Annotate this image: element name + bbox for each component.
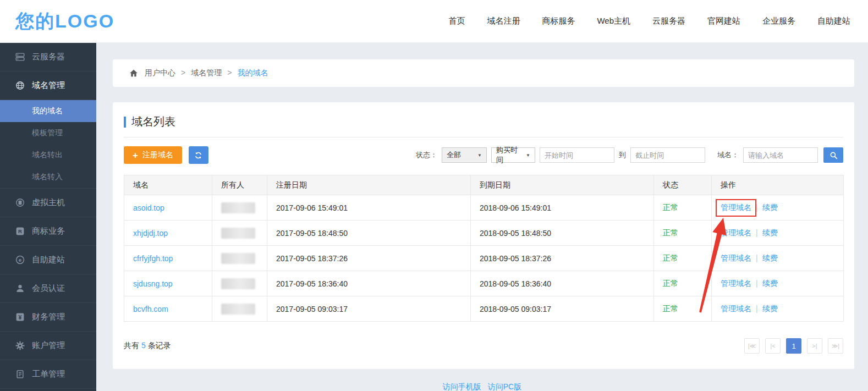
top-nav-item[interactable]: 云服务器 (652, 16, 685, 26)
register-domain-label: 注册域名 (142, 150, 173, 160)
sidebar-item-工单管理[interactable]: 工单管理 (0, 360, 96, 389)
owner-redacted (221, 278, 255, 289)
app-root: { "brand": { "logo_text": "您的LOGO" }, "t… (0, 0, 868, 391)
status-select[interactable]: 全部 ▼ (442, 147, 487, 163)
renew-link[interactable]: 续费 (762, 304, 778, 314)
registered-date: 2017-09-05 18:36:40 (267, 271, 471, 296)
prev-page-button[interactable]: |< (765, 338, 781, 354)
chevron-down-icon: ▼ (477, 153, 482, 158)
sidebar-subitem-域名转入[interactable]: 域名转入 (0, 166, 96, 188)
sidebar-item-会员认证[interactable]: 会员认证 (0, 274, 96, 303)
sidebar-subitem-域名转出[interactable]: 域名转出 (0, 144, 96, 166)
renew-link[interactable]: 续费 (762, 203, 778, 213)
home-icon (129, 69, 138, 78)
table-row: bcvfh.com2017-09-05 09:03:172018-09-05 0… (124, 296, 844, 322)
manage-domain-link[interactable]: 管理域名 (721, 304, 751, 314)
sidebar-item-财务管理[interactable]: ¥财务管理 (0, 303, 96, 332)
renew-link[interactable]: 续费 (762, 228, 778, 238)
status-badge: 正常 (663, 203, 678, 212)
sidebar-subitem-模板管理[interactable]: 模板管理 (0, 122, 96, 144)
member-icon (15, 284, 25, 293)
domain-link[interactable]: bcvfh.com (133, 305, 168, 313)
panel-title-row: 域名列表 (124, 114, 843, 137)
record-count-number: 5 (141, 341, 146, 350)
domain-list-panel: 域名列表 + 注册域名 状态： 全部 ▼ (113, 102, 854, 369)
top-nav-item[interactable]: Web主机 (597, 16, 630, 26)
expiry-date: 2018-09-05 09:03:17 (471, 296, 654, 322)
breadcrumb-items: 用户中心>域名管理>我的域名 (142, 68, 270, 78)
domain-search-input[interactable] (743, 147, 818, 163)
sitebuilder-icon: e (15, 255, 25, 265)
action-separator: | (756, 279, 758, 288)
action-separator: | (756, 228, 758, 237)
top-nav-item[interactable]: 商标服务 (542, 16, 575, 26)
manage-domain-link[interactable]: 管理域名 (721, 203, 751, 213)
expiry-date: 2018-09-05 18:48:50 (471, 221, 654, 246)
gear-icon (15, 341, 25, 350)
toolbar-left: + 注册域名 (124, 146, 208, 164)
sidebar-item-自助建站[interactable]: e自助建站 (0, 246, 96, 274)
top-nav-item[interactable]: 首页 (448, 16, 465, 26)
owner-redacted (221, 202, 255, 213)
time-type-value: 购买时间 (496, 145, 523, 165)
expiry-date: 2018-09-05 18:37:26 (471, 246, 654, 271)
table-column-header: 域名 (124, 175, 212, 195)
manage-domain-link[interactable]: 管理域名 (721, 254, 751, 263)
breadcrumb-link[interactable]: 用户中心 (145, 68, 175, 77)
page-number-button[interactable]: 1 (786, 338, 801, 354)
search-button[interactable] (823, 147, 843, 163)
table-column-header: 所有人 (212, 175, 267, 195)
top-nav-item[interactable]: 企业服务 (762, 16, 795, 26)
domain-link[interactable]: xhjdjdj.top (133, 229, 168, 238)
domain-link[interactable]: cfrfyjfgh.top (133, 254, 173, 263)
expiry-date: 2018-09-06 15:49:01 (471, 195, 654, 221)
sidebar-item-域名管理[interactable]: 域名管理 (0, 71, 96, 100)
table-row: xhjdjdj.top2017-09-05 18:48:502018-09-05… (124, 221, 844, 246)
table-row: sjdusng.top2017-09-05 18:36:402018-09-05… (124, 271, 844, 296)
page-footer: 访问手机版访问PC版 (96, 382, 868, 391)
registered-date: 2017-09-05 09:03:17 (267, 296, 471, 322)
registered-date: 2017-09-06 15:49:01 (267, 195, 471, 221)
footer-link[interactable]: 访问PC版 (488, 382, 521, 391)
sidebar-item-label: 工单管理 (32, 369, 65, 379)
manage-domain-link[interactable]: 管理域名 (721, 228, 751, 238)
sidebar: 云服务器域名管理我的域名模板管理域名转出域名转入虚拟主机R商标业务e自助建站会员… (0, 43, 96, 391)
breadcrumb-link[interactable]: 域名管理 (191, 68, 222, 77)
owner-redacted (221, 253, 255, 264)
renew-link[interactable]: 续费 (762, 254, 778, 263)
register-domain-button[interactable]: + 注册域名 (124, 146, 182, 164)
domain-link[interactable]: asoid.top (133, 203, 164, 212)
site-logo: 您的LOGO (15, 9, 114, 34)
breadcrumb-separator: > (181, 68, 185, 77)
sidebar-subitem-我的域名[interactable]: 我的域名 (0, 100, 96, 122)
sidebar-item-账户管理[interactable]: 账户管理 (0, 332, 96, 360)
top-nav-item[interactable]: 域名注册 (487, 16, 520, 26)
refresh-button[interactable] (189, 146, 208, 164)
sidebar-item-虚拟主机[interactable]: 虚拟主机 (0, 189, 96, 217)
last-page-button[interactable]: ≫| (828, 338, 843, 354)
toolbar: + 注册域名 状态： 全部 ▼ 购买时间 ▼ (124, 146, 843, 164)
first-page-button[interactable]: |≪ (744, 338, 760, 354)
breadcrumb-link[interactable]: 我的域名 (237, 68, 268, 77)
manage-domain-link[interactable]: 管理域名 (721, 279, 751, 289)
next-page-button[interactable]: >| (807, 338, 822, 354)
refresh-icon (194, 151, 202, 159)
end-date-input[interactable] (630, 147, 705, 163)
top-nav-item[interactable]: 官网建站 (707, 16, 740, 26)
breadcrumb: 用户中心>域名管理>我的域名 (113, 59, 854, 87)
server-icon (15, 52, 25, 62)
sidebar-item-云服务器[interactable]: 云服务器 (0, 43, 96, 71)
filter-bar: 状态： 全部 ▼ 购买时间 ▼ 到 域名： (416, 147, 843, 163)
svg-text:R: R (18, 228, 22, 234)
start-date-input[interactable] (540, 147, 614, 163)
plus-icon: + (133, 151, 138, 160)
renew-link[interactable]: 续费 (762, 279, 778, 289)
sidebar-item-label: 会员认证 (32, 283, 65, 294)
footer-link[interactable]: 访问手机版 (443, 382, 481, 391)
domain-link[interactable]: sjdusng.top (133, 279, 173, 288)
top-nav-item[interactable]: 自助建站 (817, 16, 850, 26)
sidebar-item-商标业务[interactable]: R商标业务 (0, 217, 96, 246)
time-type-select[interactable]: 购买时间 ▼ (491, 147, 535, 163)
panel-title: 域名列表 (131, 114, 175, 129)
table-column-header: 到期日期 (471, 175, 654, 195)
